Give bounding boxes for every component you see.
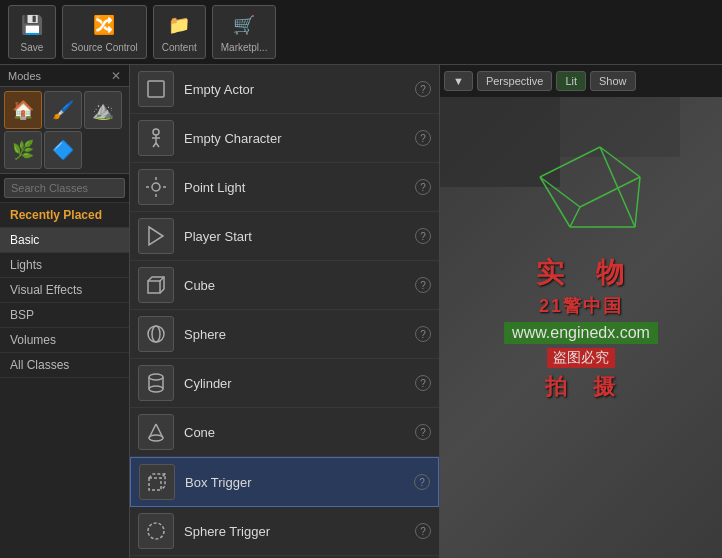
top-toolbar: 💾 Save 🔀 Source Control 📁 Content 🛒 Mark… [0, 0, 722, 65]
placed-item-icon [138, 414, 174, 450]
modes-panel-title: Modes [8, 70, 41, 82]
source-control-icon: 🔀 [90, 11, 118, 39]
svg-line-36 [600, 147, 635, 227]
placed-item-help-button[interactable]: ? [415, 81, 431, 97]
svg-point-15 [152, 326, 160, 342]
svg-line-33 [570, 207, 580, 227]
marketplace-button[interactable]: 🛒 Marketpl... [212, 5, 277, 59]
svg-rect-27 [440, 97, 680, 157]
mode-paint-button[interactable]: 🖌️ [44, 91, 82, 129]
placed-item-help-button[interactable]: ? [415, 228, 431, 244]
sidebar-item-bsp[interactable]: BSP [0, 303, 129, 328]
placed-item-name: Empty Character [184, 131, 405, 146]
viewport-toolbar: ▼ Perspective Lit Show [440, 65, 722, 97]
viewport-svg: X Y Z [440, 97, 722, 247]
svg-rect-12 [148, 281, 160, 293]
list-item[interactable]: Cone? [130, 408, 439, 457]
watermark-line3: www.enginedx.com [504, 322, 658, 344]
watermark-line4: 盗图必究 [547, 348, 615, 368]
placed-item-icon [138, 267, 174, 303]
sidebar-item-recently-placed[interactable]: Recently Placed [0, 203, 129, 228]
svg-point-20 [149, 435, 163, 441]
placed-item-icon [138, 513, 174, 549]
search-input[interactable] [4, 178, 125, 198]
placed-item-icon [138, 120, 174, 156]
3d-grid: X Y Z 实 物 21警中国 www.enginedx.com 盗图必究 拍 … [440, 97, 722, 558]
content-icon: 📁 [165, 11, 193, 39]
viewport[interactable]: ▼ Perspective Lit Show [440, 65, 722, 558]
watermark: 实 物 21警中国 www.enginedx.com 盗图必究 拍 摄 [504, 254, 658, 402]
content-label: Content [162, 42, 197, 53]
modes-title-bar: Modes ✕ [0, 65, 129, 87]
list-item[interactable]: Point Light? [130, 163, 439, 212]
svg-point-6 [152, 183, 160, 191]
dropdown-icon: ▼ [453, 75, 464, 87]
placed-item-icon [138, 169, 174, 205]
placed-panel: Empty Actor?Empty Character?Point Light?… [130, 65, 440, 558]
marketplace-icon: 🛒 [230, 11, 258, 39]
placed-item-help-button[interactable]: ? [415, 130, 431, 146]
svg-line-30 [580, 177, 640, 207]
list-item[interactable]: Sphere? [130, 310, 439, 359]
placed-item-name: Box Trigger [185, 475, 404, 490]
list-item[interactable]: Empty Character? [130, 114, 439, 163]
placed-item-name: Cube [184, 278, 405, 293]
svg-point-1 [153, 129, 159, 135]
modes-panel: Modes ✕ 🏠 🖌️ ⛰️ 🌿 🔷 Recently PlacedBasic… [0, 65, 130, 558]
list-item[interactable]: Sphere Trigger? [130, 507, 439, 556]
sidebar-item-volumes[interactable]: Volumes [0, 328, 129, 353]
placed-item-help-button[interactable]: ? [415, 277, 431, 293]
categories-list: Recently PlacedBasicLightsVisual Effects… [0, 203, 129, 558]
svg-rect-0 [148, 81, 164, 97]
lit-button[interactable]: Lit [556, 71, 586, 91]
sidebar-item-all-classes[interactable]: All Classes [0, 353, 129, 378]
marketplace-label: Marketpl... [221, 42, 268, 53]
list-item[interactable]: Box Trigger? [130, 457, 439, 507]
placed-item-help-button[interactable]: ? [415, 424, 431, 440]
placed-item-help-button[interactable]: ? [415, 179, 431, 195]
placed-items-list: Empty Actor?Empty Character?Point Light?… [130, 65, 439, 558]
source-control-label: Source Control [71, 42, 138, 53]
placed-item-help-button[interactable]: ? [415, 375, 431, 391]
modes-icons-bar: 🏠 🖌️ ⛰️ 🌿 🔷 [0, 87, 129, 174]
sidebar-item-basic[interactable]: Basic [0, 228, 129, 253]
placed-item-help-button[interactable]: ? [414, 474, 430, 490]
perspective-button[interactable]: Perspective [477, 71, 552, 91]
source-control-button[interactable]: 🔀 Source Control [62, 5, 147, 59]
list-item[interactable]: Cylinder? [130, 359, 439, 408]
svg-point-14 [148, 326, 164, 342]
svg-marker-11 [149, 227, 163, 245]
svg-line-34 [635, 177, 640, 227]
watermark-line2: 21警中国 [504, 294, 658, 318]
lit-label: Lit [565, 75, 577, 87]
viewport-dropdown-button[interactable]: ▼ [444, 71, 473, 91]
save-button[interactable]: 💾 Save [8, 5, 56, 59]
list-item[interactable]: Cube? [130, 261, 439, 310]
placed-item-icon [139, 464, 175, 500]
placed-item-name: Player Start [184, 229, 405, 244]
mode-place-button[interactable]: 🏠 [4, 91, 42, 129]
placed-item-help-button[interactable]: ? [415, 326, 431, 342]
svg-point-25 [148, 523, 164, 539]
list-item[interactable]: Empty Actor? [130, 65, 439, 114]
search-bar [0, 174, 129, 203]
mode-geometry-button[interactable]: 🔷 [44, 131, 82, 169]
mode-foliage-button[interactable]: 🌿 [4, 131, 42, 169]
svg-point-17 [149, 386, 163, 392]
sidebar-item-visual-effects[interactable]: Visual Effects [0, 278, 129, 303]
mode-landscape-button[interactable]: ⛰️ [84, 91, 122, 129]
placed-item-icon [138, 218, 174, 254]
content-button[interactable]: 📁 Content [153, 5, 206, 59]
placed-item-name: Cylinder [184, 376, 405, 391]
placed-item-name: Point Light [184, 180, 405, 195]
svg-rect-23 [149, 478, 161, 490]
placed-item-name: Sphere Trigger [184, 524, 405, 539]
list-item[interactable]: Player Start? [130, 212, 439, 261]
sidebar-item-lights[interactable]: Lights [0, 253, 129, 278]
modes-close-button[interactable]: ✕ [111, 69, 121, 83]
placed-item-icon [138, 316, 174, 352]
watermark-line5: 拍 摄 [504, 372, 658, 402]
show-button[interactable]: Show [590, 71, 636, 91]
save-icon: 💾 [18, 11, 46, 39]
placed-item-help-button[interactable]: ? [415, 523, 431, 539]
